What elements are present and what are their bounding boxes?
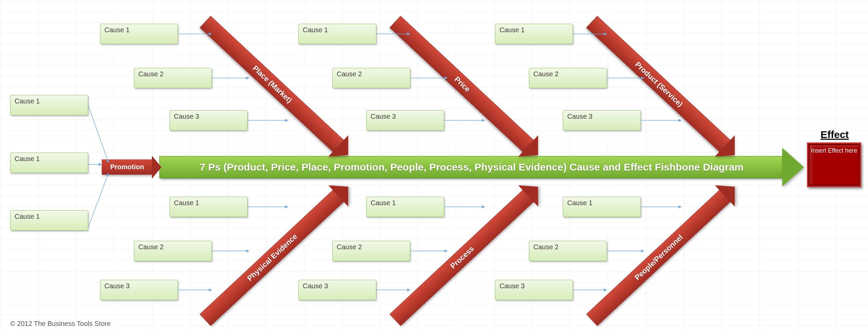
cause-text: Cause 3 — [104, 282, 130, 290]
cause-box[interactable]: Cause 2 — [134, 68, 212, 88]
cause-box[interactable]: Cause 1 — [10, 95, 88, 115]
cause-text: Cause 3 — [174, 113, 199, 120]
connector — [248, 205, 292, 209]
cause-box[interactable]: Cause 2 — [529, 68, 607, 88]
effect-placeholder: Insert Effect here — [811, 147, 857, 154]
bone-promotion-label: Promotion — [110, 163, 144, 171]
connector — [641, 119, 685, 122]
cause-box[interactable]: Cause 3 — [170, 110, 248, 131]
cause-box[interactable]: Cause 3 — [366, 110, 444, 131]
cause-text: Cause 2 — [337, 243, 362, 251]
cause-box[interactable]: Cause 3 — [298, 280, 376, 300]
cause-text: Cause 1 — [303, 26, 328, 34]
cause-text: Cause 3 — [303, 282, 328, 290]
cause-text: Cause 2 — [138, 70, 164, 78]
connector — [607, 249, 648, 253]
cause-box[interactable]: Cause 1 — [495, 24, 573, 44]
connector — [178, 288, 215, 292]
cause-box[interactable]: Cause 1 — [100, 24, 178, 44]
cause-text: Cause 2 — [337, 70, 362, 78]
cause-text: Cause 1 — [371, 199, 396, 207]
connector — [410, 76, 451, 80]
cause-box[interactable]: Cause 2 — [134, 241, 212, 261]
connector — [641, 205, 685, 209]
connector — [212, 76, 253, 80]
connector — [376, 32, 414, 36]
connector — [212, 249, 253, 253]
cause-box[interactable]: Cause 1 — [563, 197, 641, 217]
cause-box[interactable]: Cause 3 — [495, 280, 573, 300]
cause-box[interactable]: Cause 2 — [332, 68, 410, 88]
cause-box[interactable]: Cause 2 — [529, 241, 607, 261]
cause-box[interactable]: Cause 1 — [298, 24, 376, 44]
cause-text: Cause 1 — [104, 26, 130, 34]
connector — [444, 205, 488, 209]
connector — [573, 288, 610, 292]
cause-box[interactable]: Cause 1 — [366, 197, 444, 217]
cause-text: Cause 1 — [499, 26, 525, 34]
connector — [410, 249, 451, 253]
connector — [88, 161, 105, 168]
cause-box[interactable]: Cause 2 — [332, 241, 410, 261]
connector — [178, 32, 215, 36]
effect-box[interactable]: Insert Effect here — [807, 142, 861, 187]
connector — [607, 76, 648, 80]
copyright-text: © 2012 The Business Tools Store — [10, 320, 111, 328]
cause-box[interactable]: Cause 3 — [563, 110, 641, 131]
connector — [376, 288, 414, 292]
cause-text: Cause 1 — [174, 199, 199, 207]
cause-text: Cause 1 — [15, 155, 40, 162]
cause-text: Cause 3 — [371, 113, 396, 120]
spine-label: 7 Ps (Product, Price, Place, Promotion, … — [200, 161, 744, 173]
cause-text: Cause 2 — [533, 243, 559, 251]
effect-title: Effect — [821, 129, 849, 140]
cause-text: Cause 1 — [567, 199, 593, 207]
connector — [88, 102, 115, 170]
cause-box[interactable]: Cause 1 — [10, 210, 88, 231]
cause-text: Cause 1 — [15, 213, 40, 220]
connector — [573, 32, 610, 36]
cause-box[interactable]: Cause 1 — [170, 197, 248, 217]
cause-text: Cause 1 — [15, 97, 40, 105]
cause-box[interactable]: Cause 3 — [100, 280, 178, 300]
cause-text: Cause 3 — [499, 282, 525, 290]
connector — [88, 170, 115, 231]
connector — [248, 119, 292, 122]
cause-text: Cause 2 — [138, 243, 164, 251]
connector — [444, 119, 488, 122]
cause-text: Cause 3 — [567, 113, 593, 120]
cause-box[interactable]: Cause 1 — [10, 153, 88, 173]
spine-arrow: 7 Ps (Product, Price, Place, Promotion, … — [159, 156, 784, 178]
cause-text: Cause 2 — [533, 70, 559, 78]
